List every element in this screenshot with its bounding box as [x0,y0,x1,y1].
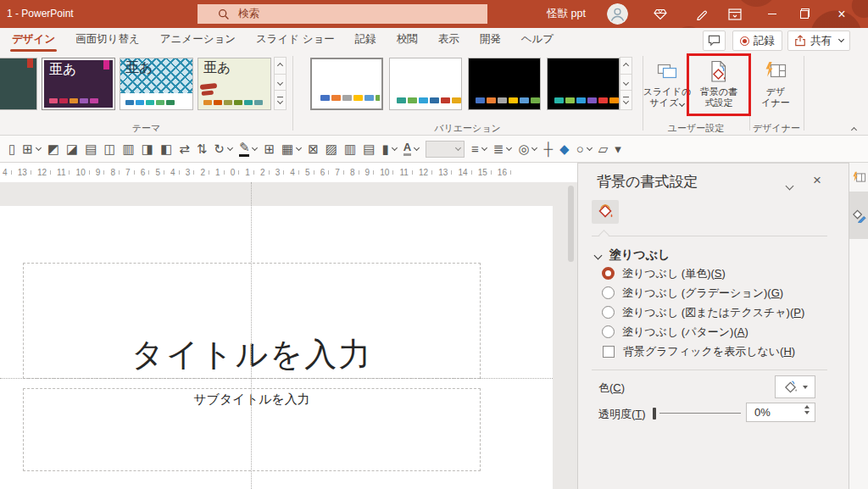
spin-up-icon[interactable] [804,405,810,408]
restore-button[interactable] [791,0,818,28]
tab-transitions[interactable]: 画面切り替え [65,28,150,53]
radio-control[interactable] [602,325,615,338]
tab-developer[interactable]: 開発 [470,28,511,53]
vertical-scrollbar[interactable] [553,182,577,489]
theme-scroll-up-button[interactable] [274,57,287,75]
tab-view[interactable]: 表示 [428,28,470,53]
minimize-button[interactable] [759,0,786,28]
fill-tab-button[interactable] [592,200,619,224]
title-placeholder[interactable]: タイトルを入力 [23,263,481,379]
fill-picture-texture-option[interactable]: 塗りつぶし (図またはテクスチャ)(P) [602,304,804,320]
theme-scroll-down-button[interactable] [274,74,287,92]
position-icon[interactable]: ⊞ [19,139,44,159]
select-objects-icon[interactable]: ▯ [5,139,19,159]
radio-control[interactable] [602,306,615,319]
table-borders-icon[interactable]: ▦ [278,139,304,159]
transparency-slider-handle[interactable] [653,408,656,420]
tab-help[interactable]: ヘルプ [511,28,564,53]
distribute-horizontal-icon[interactable]: ⇄ [175,139,193,159]
designer-button[interactable]: デザ イナー [751,56,800,108]
designer-pane-button[interactable] [849,163,868,192]
resize-slide-icon[interactable]: ▱ [595,139,612,159]
variation-3[interactable] [468,58,541,110]
replace-icon[interactable]: ◆ [556,139,573,159]
fill-solid-option[interactable]: 塗りつぶし (単色)(S) [602,265,804,281]
pane-options-button[interactable] [787,179,793,192]
pen-color-icon[interactable]: ✎ [236,139,261,159]
theme-current[interactable]: あ [0,58,37,110]
distribute-rows-icon[interactable]: ▥ [120,139,138,159]
account-name[interactable]: 怪獣 ppt [547,0,586,28]
theme-2[interactable]: 亜あ [42,58,115,110]
transparency-spinner[interactable]: 0% [746,403,815,422]
tab-slideshow[interactable]: スライド ショー [246,28,345,53]
tab-review[interactable]: 校閲 [387,28,428,53]
close-button[interactable]: × [828,0,855,28]
tab-animations[interactable]: アニメーション [150,28,246,53]
search-input[interactable]: 検索 [198,4,487,24]
distribute-vertical-icon[interactable]: ⇅ [193,139,211,159]
style-combo[interactable] [426,141,465,158]
chart-icon[interactable]: ▮ [378,139,399,159]
ruler-mark: 6 [320,169,330,177]
line-spacing-icon[interactable]: ≣ [490,139,515,159]
draw-pen-icon[interactable] [688,0,715,28]
premium-diamond-icon[interactable] [647,0,674,28]
variation-gallery-more-button[interactable] [620,90,632,110]
variation-4[interactable] [547,58,620,110]
comments-button[interactable] [703,31,726,51]
variation-scroll-up-button[interactable] [620,57,632,75]
radio-control[interactable] [602,267,615,280]
shapes-icon[interactable]: ○ [573,139,595,159]
cell-margins-icon[interactable]: ▥ [341,139,359,159]
send-backward-icon[interactable]: ◪ [63,139,81,159]
transparency-slider-track[interactable] [659,413,741,414]
slide-canvas[interactable]: タイトルを入力 サブタイトルを入力 [0,206,553,489]
align-top-objects-icon[interactable]: ◫ [100,139,119,159]
hide-background-graphics-option[interactable]: 背景グラフィックを表示しない(H) [602,343,804,359]
table-shading-icon[interactable]: ▨ [322,139,341,159]
align-center-objects-icon[interactable]: ◧ [157,139,175,159]
format-background-button[interactable]: 背景の書 式設定 [692,56,746,108]
fill-solid-option-label: 塗りつぶし (単色)(S) [622,266,726,281]
share-button[interactable]: 共有 [787,31,850,51]
tab-design[interactable]: デザイン [2,28,65,53]
variation-2[interactable] [389,58,462,110]
radio-control[interactable] [602,286,615,299]
shape-fill-icon[interactable]: ◎ [515,139,540,159]
rotate-objects-icon[interactable]: ↻ [210,139,236,159]
variation-gallery-scrollbar [620,58,632,110]
record-button[interactable]: 記録 [732,31,782,51]
variation-scroll-down-button[interactable] [620,74,632,92]
bullets-icon[interactable]: ≡ [468,139,490,159]
pane-close-button[interactable]: × [813,173,821,187]
table-grid-icon[interactable]: ⊞ [260,139,278,159]
align-right-objects-icon[interactable]: ◨ [138,139,157,159]
ruler-number: 9 [96,169,101,177]
variation-1[interactable] [310,58,383,110]
horizontal-ruler[interactable]: 4131211109876543210123456789101112131415… [0,163,577,182]
fill-gradient-option[interactable]: 塗りつぶし (グラデーション)(G) [602,285,804,301]
subtitle-placeholder[interactable]: サブタイトルを入力 [23,388,481,471]
checkbox-control[interactable] [603,346,615,358]
collapse-ribbon-button[interactable] [849,120,856,136]
toolbar-overflow-icon[interactable]: ▾ [611,139,625,159]
avatar[interactable] [607,3,628,25]
fill-section-header[interactable]: 塗りつぶし [595,247,670,263]
theme-3[interactable]: 亜あ [120,58,193,110]
draw-table-icon[interactable]: ⊠ [304,139,322,159]
slide-size-button[interactable]: スライドの サイズ [643,56,692,108]
format-pane-button[interactable] [849,192,868,239]
theme-gallery-more-button[interactable] [274,90,287,110]
theme-4[interactable]: 亜あ [198,58,271,110]
table-style-icon[interactable]: ▤ [359,139,378,159]
spin-down-icon[interactable] [804,411,810,414]
tab-record[interactable]: 記録 [345,28,387,53]
ribbon-display-options-icon[interactable] [721,0,748,28]
color-picker-button[interactable] [775,375,815,398]
crop-icon[interactable]: ┼ [540,139,556,159]
font-color-icon[interactable]: A [400,139,422,159]
fill-pattern-option[interactable]: 塗りつぶし (パターン)(A) [602,324,804,340]
align-left-objects-icon[interactable]: ▤ [81,139,100,159]
bring-forward-icon[interactable]: ◩ [44,139,63,159]
